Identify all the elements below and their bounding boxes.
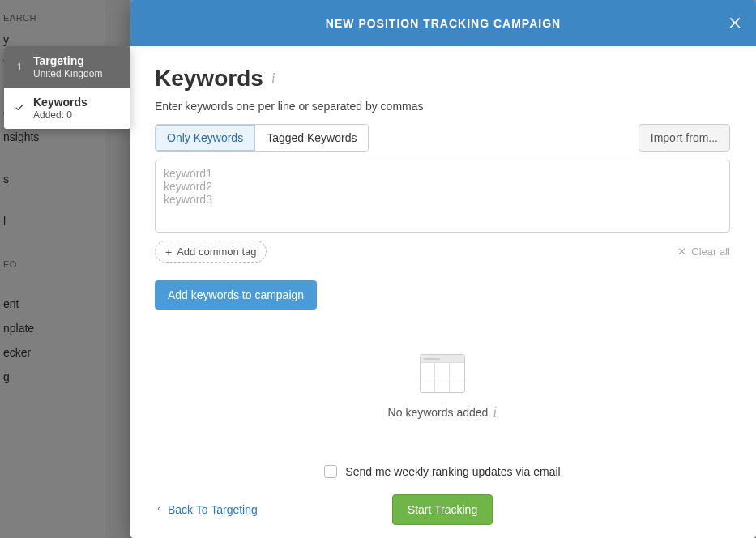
back-label: Back To Targeting [168, 503, 258, 516]
modal-header: NEW POSITION TRACKING CAMPAIGN [130, 0, 756, 46]
step-subtitle: Added: 0 [33, 109, 88, 121]
clear-all-label: Clear all [691, 246, 730, 258]
step-title: Keywords [33, 96, 88, 109]
add-keywords-button[interactable]: Add keywords to campaign [155, 280, 317, 310]
empty-illustration-icon [420, 354, 465, 393]
keywords-textarea[interactable] [155, 160, 730, 233]
wizard-step-panel: 1 Targeting United Kingdom Keywords Adde… [4, 46, 130, 129]
add-common-tag-button[interactable]: + Add common tag [155, 241, 267, 263]
wizard-step-keywords[interactable]: Keywords Added: 0 [4, 88, 130, 129]
check-icon [14, 101, 25, 116]
tab-only-keywords[interactable]: Only Keywords [156, 125, 254, 151]
info-icon[interactable]: i [271, 70, 275, 88]
close-button[interactable] [727, 14, 743, 33]
modal-title: NEW POSITION TRACKING CAMPAIGN [326, 17, 561, 30]
close-icon: ✕ [677, 246, 686, 258]
step-title: Targeting [33, 54, 102, 68]
hint-text: Enter keywords one per line or separated… [155, 100, 730, 113]
modal-body: Keywords i Enter keywords one per line o… [130, 46, 756, 538]
wizard-step-targeting[interactable]: 1 Targeting United Kingdom [4, 46, 130, 88]
weekly-updates-checkbox[interactable] [324, 465, 337, 478]
weekly-updates-label: Send me weekly ranking updates via email [345, 465, 560, 478]
chevron-left-icon [155, 503, 163, 517]
tab-tagged-keywords[interactable]: Tagged Keywords [254, 125, 368, 151]
empty-text: No keywords added [388, 406, 489, 419]
clear-all-button[interactable]: ✕ Clear all [677, 246, 730, 258]
info-icon[interactable]: i [493, 404, 497, 421]
add-tag-label: Add common tag [177, 246, 256, 258]
step-subtitle: United Kingdom [33, 68, 102, 79]
empty-state: No keywords added i [155, 342, 730, 433]
page-title: Keywords [155, 66, 263, 92]
step-number: 1 [14, 62, 25, 73]
close-icon [727, 14, 743, 30]
plus-icon: + [165, 246, 172, 258]
start-tracking-button[interactable]: Start Tracking [392, 494, 493, 525]
import-button[interactable]: Import from... [639, 124, 730, 152]
position-tracking-modal: NEW POSITION TRACKING CAMPAIGN Keywords … [130, 0, 756, 538]
keyword-type-tabs: Only Keywords Tagged Keywords [155, 124, 369, 152]
back-to-targeting-link[interactable]: Back To Targeting [155, 503, 258, 517]
